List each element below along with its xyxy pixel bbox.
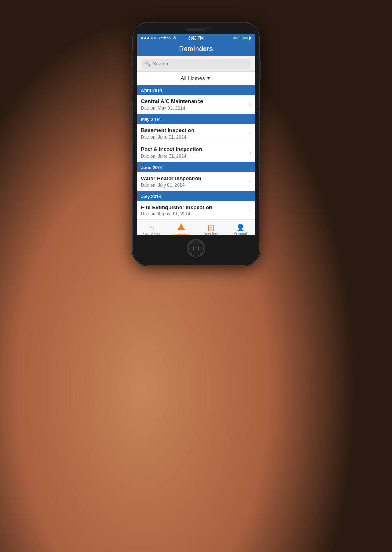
signal-dot-2 <box>144 37 146 39</box>
search-placeholder: Search <box>153 61 168 67</box>
all-homes-label: All Homes ▼ <box>180 75 212 81</box>
list-item[interactable]: Central A/C Maintenance Due on: May 01, … <box>137 95 255 114</box>
tab-directory-label: Directory <box>203 232 218 235</box>
reminders-list: April 2014 Central A/C Maintenance Due o… <box>137 85 255 220</box>
section-header-june-text: June 2014 <box>141 165 163 170</box>
tab-reminders-label: Reminders <box>172 233 190 235</box>
volume-up-button <box>131 67 133 82</box>
phone-screen: Verizon ⁂ 3:43 PM 86% <box>137 34 255 235</box>
chevron-right-icon: › <box>249 101 251 107</box>
list-item-content: Central A/C Maintenance Due on: May 01, … <box>141 98 246 110</box>
phone-device: Verizon ⁂ 3:43 PM 86% <box>133 22 259 265</box>
item-title: Pest & Insect Inspection <box>141 146 246 153</box>
battery-tip <box>250 37 251 39</box>
home-tab-icon: ⌂ <box>149 224 154 231</box>
item-title: Fire Extinguisher Inspection <box>141 204 246 211</box>
status-right: 86% <box>233 36 251 40</box>
tab-account[interactable]: 👤 Account <box>226 224 256 235</box>
section-header-april: April 2014 <box>137 85 255 95</box>
section-header-april-text: April 2014 <box>141 88 163 93</box>
tab-account-label: Account <box>234 232 247 235</box>
home-button-inner <box>188 241 204 256</box>
list-item[interactable]: Pest & Insect Inspection Due on: June 01… <box>137 143 255 162</box>
carrier-name: Verizon <box>158 36 171 40</box>
battery-icon <box>242 36 251 40</box>
tab-bar: ⌂ My Homes Reminders 📋 Directory 👤 Accou… <box>137 220 255 235</box>
item-subtitle: Due on: August 01, 2014 <box>141 211 246 216</box>
list-item-content: Fire Extinguisher Inspection Due on: Aug… <box>141 204 246 217</box>
chevron-right-icon: › <box>249 149 251 156</box>
section-header-may-text: May 2014 <box>141 117 161 122</box>
tab-reminders[interactable]: Reminders <box>167 223 196 235</box>
status-bar: Verizon ⁂ 3:43 PM 86% <box>137 34 255 42</box>
tab-my-homes[interactable]: ⌂ My Homes <box>137 224 167 235</box>
section-header-june: June 2014 <box>137 162 255 172</box>
section-header-july: July 2014 <box>137 191 255 201</box>
item-title: Water Heater Inspection <box>141 175 246 182</box>
earpiece-speaker <box>186 28 206 31</box>
section-header-july-text: July 2014 <box>141 194 161 199</box>
list-item[interactable]: Fire Extinguisher Inspection Due on: Aug… <box>137 201 255 220</box>
directory-tab-icon: 📋 <box>207 225 215 231</box>
item-subtitle: Due on: May 01, 2014 <box>141 105 246 110</box>
battery-fill <box>243 37 248 39</box>
tab-my-homes-label: My Homes <box>143 232 160 235</box>
reminders-tab-icon <box>178 223 185 231</box>
battery-body <box>242 36 250 40</box>
status-left: Verizon ⁂ <box>141 36 176 40</box>
warning-triangle-icon <box>178 223 185 230</box>
search-bar-container[interactable]: 🔍 Search <box>137 56 255 72</box>
search-input[interactable]: 🔍 Search <box>141 59 251 69</box>
home-button-square <box>193 246 199 251</box>
signal-dot-5 <box>154 37 156 39</box>
volume-down-button <box>131 86 133 100</box>
list-item[interactable]: Water Heater Inspection Due on: July 01,… <box>137 172 255 191</box>
list-item-content: Water Heater Inspection Due on: July 01,… <box>141 175 246 188</box>
wifi-icon: ⁂ <box>173 36 176 40</box>
mute-button <box>131 51 133 61</box>
item-subtitle: Due on: June 01, 2014 <box>141 154 246 159</box>
account-tab-icon: 👤 <box>236 224 245 231</box>
item-subtitle: Due on: July 01, 2014 <box>141 183 246 188</box>
search-icon: 🔍 <box>145 61 151 67</box>
signal-dot-1 <box>141 37 143 39</box>
chevron-right-icon: › <box>249 178 251 185</box>
speaker-area <box>137 28 255 31</box>
section-header-may: May 2014 <box>137 114 255 124</box>
chevron-right-icon: › <box>249 130 251 136</box>
list-item-content: Basement Inspection Due on: June 01, 201… <box>141 127 246 139</box>
home-button[interactable] <box>187 239 205 258</box>
list-item-content: Pest & Insect Inspection Due on: June 01… <box>141 146 246 159</box>
app-header: Reminders <box>137 42 255 56</box>
battery-percent: 86% <box>233 36 240 40</box>
item-title: Basement Inspection <box>141 127 246 134</box>
all-homes-filter[interactable]: All Homes ▼ <box>137 72 255 85</box>
phone-body: Verizon ⁂ 3:43 PM 86% <box>133 22 259 265</box>
chevron-right-icon: › <box>249 207 251 214</box>
power-button <box>259 59 261 80</box>
front-camera <box>207 27 211 30</box>
item-subtitle: Due on: June 01, 2014 <box>141 134 246 139</box>
status-time: 3:43 PM <box>188 36 204 40</box>
list-item[interactable]: Basement Inspection Due on: June 01, 201… <box>137 124 255 143</box>
tab-directory[interactable]: 📋 Directory <box>196 225 226 235</box>
item-title: Central A/C Maintenance <box>141 98 246 105</box>
signal-dot-3 <box>147 37 149 39</box>
signal-dot-4 <box>151 37 153 39</box>
app-title: Reminders <box>179 45 213 52</box>
